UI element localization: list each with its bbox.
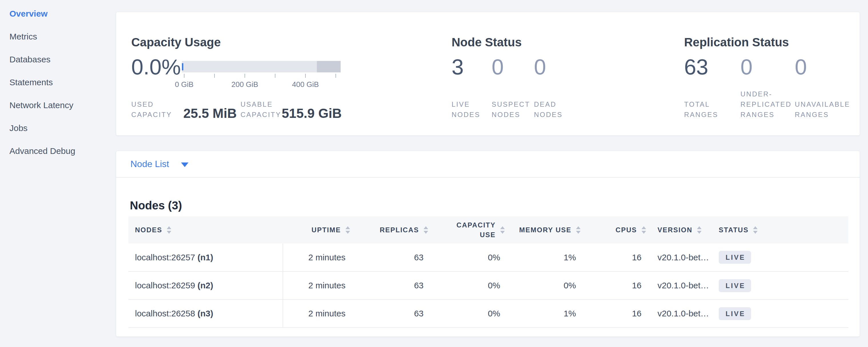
uptime-cell: 2 minutes [283, 244, 354, 272]
capacity-bar-reserved-segment [317, 61, 341, 72]
node-address-link[interactable]: localhost:26259 (n2) [128, 272, 283, 299]
sort-icon [167, 226, 171, 234]
sort-icon [753, 226, 757, 234]
column-header-replicas[interactable]: REPLICAS [354, 216, 432, 244]
column-header-version[interactable]: VERSION [650, 216, 710, 244]
memory-use-cell: 1% [509, 299, 585, 327]
used-capacity-value: 25.5 MiB [183, 105, 237, 121]
column-header-cpus[interactable]: CPUS [585, 216, 650, 244]
unavailable-ranges-count: 0 [795, 56, 807, 78]
cpus-cell: 16 [585, 272, 650, 299]
dead-nodes-count: 0 [534, 56, 546, 78]
node-id: (n1) [197, 253, 213, 262]
table-row: localhost:26257 (n1) 2 minutes 63 0% 1% … [128, 244, 848, 272]
sidebar-item-jobs[interactable]: Jobs [9, 122, 27, 134]
sort-icon [424, 226, 428, 234]
total-ranges-label: TOTAL RANGES [684, 99, 733, 120]
node-id: (n3) [197, 309, 213, 318]
suspect-nodes-count: 0 [492, 56, 504, 78]
replicas-cell: 63 [354, 244, 432, 272]
status-cell: LIVE [710, 272, 848, 299]
capacity-use-cell: 0% [432, 272, 509, 299]
node-address-link[interactable]: localhost:26258 (n3) [128, 299, 283, 327]
live-nodes-label: LIVE NODES [452, 99, 495, 120]
status-cell: LIVE [710, 299, 848, 327]
memory-use-cell: 0% [509, 272, 585, 299]
chevron-down-icon [181, 162, 188, 167]
version-cell: v20.1.0-bet… [650, 272, 710, 299]
replicas-cell: 63 [354, 272, 432, 299]
version-cell: v20.1.0-bet… [650, 244, 710, 272]
sidebar-item-overview[interactable]: Overview [9, 7, 48, 20]
node-list-card: Node List Nodes (3) NODES [116, 151, 860, 337]
axis-tick [336, 74, 336, 78]
unavailable-ranges-label: UNAVAILABLE RANGES [795, 99, 868, 120]
column-header-status[interactable]: STATUS [710, 216, 848, 244]
status-badge: LIVE [719, 279, 751, 292]
column-header-capacity-use[interactable]: CAPACITY USE [432, 216, 509, 244]
under-replicated-ranges-count: 0 [740, 56, 752, 78]
axis-tick [214, 74, 215, 78]
capacity-use-cell: 0% [432, 244, 509, 272]
cpus-cell: 16 [585, 244, 650, 272]
nodes-heading: Nodes (3) [130, 199, 182, 212]
sidebar-item-metrics[interactable]: Metrics [9, 30, 37, 43]
capacity-used-percent: 0.0% [131, 56, 181, 78]
used-capacity-label: USED CAPACITY [131, 99, 183, 120]
axis-label-400gib: 400 GiB [285, 80, 326, 89]
sidebar-item-advanced-debug[interactable]: Advanced Debug [9, 145, 75, 157]
cpus-cell: 16 [585, 299, 650, 327]
column-header-nodes[interactable]: NODES [128, 216, 283, 244]
column-header-uptime[interactable]: UPTIME [283, 216, 354, 244]
sidebar-item-statements[interactable]: Statements [9, 76, 53, 89]
dead-nodes-label: DEAD NODES [534, 99, 577, 120]
axis-tick [184, 74, 184, 78]
sort-icon [576, 226, 581, 234]
usable-capacity-value: 515.9 GiB [282, 105, 342, 121]
sidebar-item-databases[interactable]: Databases [9, 53, 50, 66]
sort-icon [642, 226, 646, 234]
axis-tick [305, 74, 306, 78]
table-header-row: NODES UPTIME REPLICAS [128, 216, 848, 244]
node-list-dropdown-label: Node List [130, 159, 169, 169]
table-row: localhost:26259 (n2) 2 minutes 63 0% 0% … [128, 272, 848, 299]
live-nodes-count: 3 [452, 56, 464, 78]
capacity-bar-chart [182, 61, 341, 72]
axis-tick [245, 74, 245, 78]
node-status-title: Node Status [452, 35, 522, 49]
axis-label-200gib: 200 GiB [225, 80, 265, 89]
column-header-memory-use[interactable]: MEMORY USE [509, 216, 585, 244]
sidebar: Overview Metrics Databases Statements Ne… [0, 0, 116, 347]
axis-tick [275, 74, 275, 78]
sort-icon [345, 226, 350, 234]
node-list-dropdown[interactable]: Node List [116, 151, 860, 178]
cluster-overview-page: Overview Metrics Databases Statements Ne… [0, 0, 868, 347]
node-address-link[interactable]: localhost:26257 (n1) [128, 244, 283, 272]
status-cell: LIVE [710, 244, 848, 272]
replicas-cell: 63 [354, 299, 432, 327]
sidebar-item-network-latency[interactable]: Network Latency [9, 99, 73, 112]
table-row: localhost:26258 (n3) 2 minutes 63 0% 1% … [128, 299, 848, 327]
suspect-nodes-label: SUSPECT NODES [492, 99, 537, 120]
capacity-usage-title: Capacity Usage [131, 35, 221, 49]
capacity-bar-used-segment [182, 63, 183, 70]
capacity-use-cell: 0% [432, 299, 509, 327]
cluster-summary-card: Capacity Usage 0.0% 0 GiB 200 GiB 400 Gi… [116, 12, 860, 135]
uptime-cell: 2 minutes [283, 299, 354, 327]
sort-icon [500, 226, 505, 234]
total-ranges-count: 63 [684, 56, 708, 78]
nodes-table: NODES UPTIME REPLICAS [128, 216, 848, 328]
replication-status-title: Replication Status [684, 35, 789, 49]
memory-use-cell: 1% [509, 244, 585, 272]
sort-icon [697, 226, 702, 234]
status-badge: LIVE [719, 307, 751, 320]
axis-label-0gib: 0 GiB [164, 80, 204, 89]
node-id: (n2) [197, 281, 213, 290]
version-cell: v20.1.0-bet… [650, 299, 710, 327]
status-badge: LIVE [719, 251, 751, 264]
uptime-cell: 2 minutes [283, 272, 354, 299]
